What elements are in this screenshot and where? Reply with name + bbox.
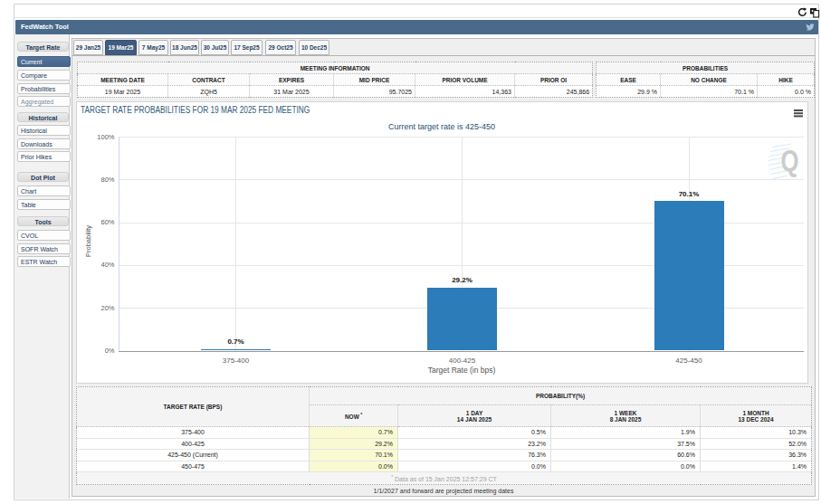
svg-text:Q: Q	[781, 144, 799, 177]
